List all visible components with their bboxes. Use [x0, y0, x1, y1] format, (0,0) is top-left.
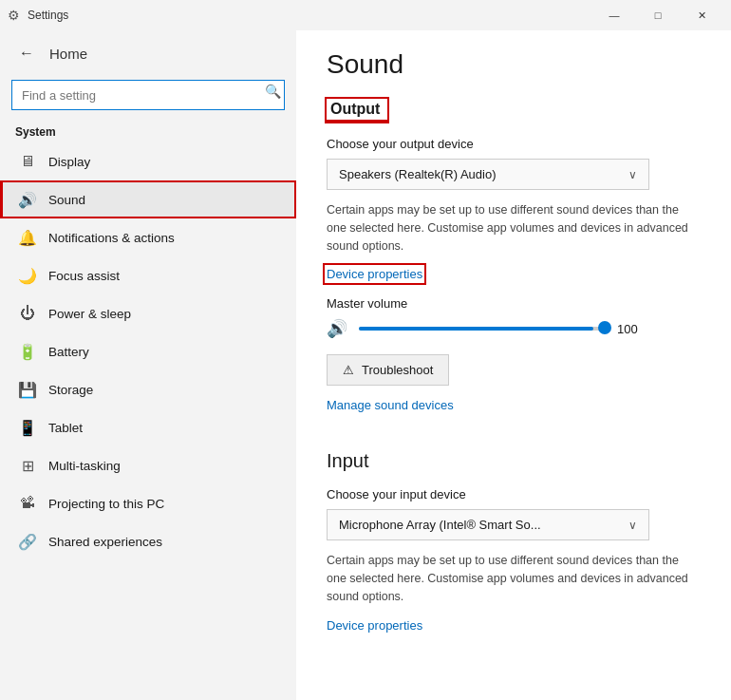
titlebar: ⚙ Settings — □ ✕	[0, 0, 731, 30]
sidebar-section-label: System	[0, 118, 296, 142]
sidebar-item-label: Notifications & actions	[48, 231, 175, 245]
device-properties-link[interactable]: Device properties	[327, 267, 422, 281]
battery-icon: 🔋	[18, 342, 37, 361]
shared-icon: 🔗	[18, 532, 37, 551]
notifications-icon: 🔔	[18, 228, 37, 247]
projecting-icon: 📽	[18, 494, 37, 513]
main-content: Sound Output Choose your output device S…	[296, 30, 731, 700]
titlebar-title: Settings	[28, 9, 592, 22]
page-title: Sound	[327, 49, 701, 80]
multitasking-icon: ⊞	[18, 456, 37, 475]
volume-section: Master volume 🔊 100	[327, 296, 701, 339]
sidebar-item-shared[interactable]: 🔗 Shared experiences	[0, 522, 296, 560]
input-info-text: Certain apps may be set up to use differ…	[327, 552, 701, 605]
manage-sound-devices-link[interactable]: Manage sound devices	[327, 398, 454, 412]
sidebar-item-label: Shared experiences	[48, 535, 162, 549]
volume-value: 100	[617, 322, 646, 336]
output-device-value: Speakers (Realtek(R) Audio)	[339, 167, 496, 181]
input-device-properties-link[interactable]: Device properties	[327, 618, 422, 633]
volume-row: 🔊 100	[327, 318, 701, 339]
home-label: Home	[49, 46, 87, 62]
storage-icon: 💾	[18, 380, 37, 399]
maximize-button[interactable]: □	[636, 0, 680, 30]
sidebar-item-notifications[interactable]: 🔔 Notifications & actions	[0, 218, 296, 256]
power-icon: ⏻	[18, 304, 37, 323]
volume-speaker-icon: 🔊	[327, 318, 347, 339]
volume-fill	[359, 327, 593, 331]
sidebar: ← Home 🔍 System 🖥 Display 🔊 Sound 🔔 Noti…	[0, 30, 296, 700]
close-button[interactable]: ✕	[680, 0, 723, 30]
sidebar-item-multitasking[interactable]: ⊞ Multi-tasking	[0, 446, 296, 484]
search-input[interactable]	[11, 80, 285, 110]
output-info-text: Certain apps may be set up to use differ…	[327, 201, 701, 255]
troubleshoot-button[interactable]: ⚠ Troubleshoot	[327, 354, 449, 386]
sidebar-item-label: Multi-tasking	[48, 459, 121, 473]
sidebar-item-power[interactable]: ⏻ Power & sleep	[0, 294, 296, 332]
settings-icon: ⚙	[8, 8, 20, 23]
sidebar-item-label: Battery	[48, 345, 89, 359]
sidebar-item-projecting[interactable]: 📽 Projecting to this PC	[0, 484, 296, 522]
sidebar-item-label: Focus assist	[48, 269, 120, 283]
focus-icon: 🌙	[18, 266, 37, 285]
minimize-button[interactable]: —	[592, 0, 636, 30]
sidebar-item-label: Power & sleep	[48, 307, 131, 321]
warning-icon: ⚠	[343, 363, 354, 377]
input-section-header: Input	[327, 450, 701, 472]
sidebar-item-label: Sound	[48, 193, 85, 207]
display-icon: 🖥	[18, 152, 37, 171]
tablet-icon: 📱	[18, 418, 37, 437]
volume-slider[interactable]	[359, 327, 606, 331]
chevron-down-icon: ∨	[628, 168, 637, 181]
sidebar-item-label: Storage	[48, 383, 93, 397]
output-section: Output Choose your output device Speaker…	[327, 99, 701, 427]
app-container: ← Home 🔍 System 🖥 Display 🔊 Sound 🔔 Noti…	[0, 30, 731, 700]
input-device-dropdown[interactable]: Microphone Array (Intel® Smart So... ∨	[327, 509, 649, 540]
output-device-dropdown[interactable]: Speakers (Realtek(R) Audio) ∨	[327, 159, 649, 190]
sidebar-item-label: Projecting to this PC	[48, 497, 164, 511]
search-box: 🔍	[11, 80, 285, 110]
input-device-label: Choose your input device	[327, 487, 701, 501]
sidebar-item-label: Tablet	[48, 421, 83, 435]
back-button[interactable]: ←	[11, 38, 42, 68]
volume-label: Master volume	[327, 296, 701, 311]
sidebar-item-storage[interactable]: 💾 Storage	[0, 370, 296, 408]
output-section-header: Output	[327, 99, 387, 122]
sidebar-item-label: Display	[48, 155, 90, 169]
chevron-down-icon: ∨	[628, 519, 637, 532]
sidebar-item-sound[interactable]: 🔊 Sound	[0, 180, 296, 218]
volume-thumb	[598, 321, 611, 334]
sound-icon: 🔊	[18, 190, 37, 209]
sidebar-item-tablet[interactable]: 📱 Tablet	[0, 408, 296, 446]
output-device-label: Choose your output device	[327, 137, 701, 151]
sidebar-item-display[interactable]: 🖥 Display	[0, 142, 296, 180]
input-section: Input Choose your input device Microphon…	[327, 450, 701, 647]
sidebar-item-focus[interactable]: 🌙 Focus assist	[0, 256, 296, 294]
sidebar-nav-top: ← Home	[0, 30, 296, 76]
input-device-value: Microphone Array (Intel® Smart So...	[339, 518, 541, 532]
search-button[interactable]: 🔍	[265, 84, 281, 99]
window-controls: — □ ✕	[592, 0, 723, 30]
sidebar-item-battery[interactable]: 🔋 Battery	[0, 332, 296, 370]
